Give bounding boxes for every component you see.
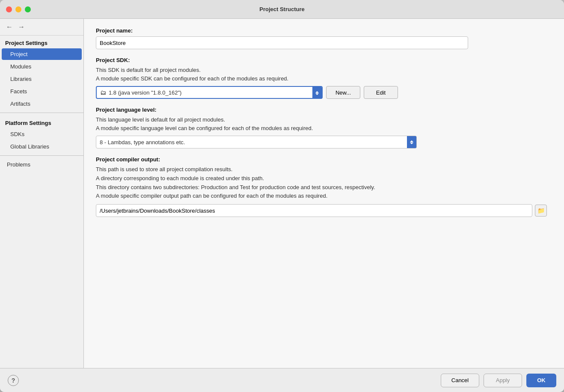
window-title: Project Structure xyxy=(259,6,304,12)
edit-sdk-button[interactable]: Edit xyxy=(364,86,398,99)
sidebar-item-modules[interactable]: Modules xyxy=(2,61,82,72)
sidebar-item-sdks[interactable]: SDKs xyxy=(2,128,82,140)
nav-buttons: ← → xyxy=(0,19,83,36)
compiler-path-row: 📁 xyxy=(96,204,552,217)
lang-spinner-down-icon xyxy=(410,143,413,144)
lang-spinner-up-icon xyxy=(410,140,413,142)
spinner-down-icon xyxy=(315,93,319,95)
sidebar-divider-2 xyxy=(0,155,83,156)
sidebar-item-facets[interactable]: Facets xyxy=(2,86,82,97)
compiler-section: Project compiler output: This path is us… xyxy=(96,156,552,217)
help-button[interactable]: ? xyxy=(8,375,19,386)
new-sdk-button[interactable]: New... xyxy=(326,86,360,99)
lang-level-section: Project language level: This language le… xyxy=(96,107,552,148)
sdk-dropdown-text: 1.8 (java version "1.8.0_162") xyxy=(109,89,318,96)
footer-left: ? xyxy=(8,375,19,386)
project-settings-header: Project Settings xyxy=(0,36,83,48)
maximize-button[interactable] xyxy=(25,6,31,12)
sdk-section: Project SDK: This SDK is default for all… xyxy=(96,57,552,99)
apply-button[interactable]: Apply xyxy=(484,374,522,387)
compiler-path-input[interactable] xyxy=(96,204,532,217)
sidebar-item-artifacts[interactable]: Artifacts xyxy=(2,98,82,110)
sidebar-item-libraries[interactable]: Libraries xyxy=(2,73,82,85)
titlebar-buttons xyxy=(6,6,31,12)
footer: ? Cancel Apply OK xyxy=(0,368,564,392)
ok-button[interactable]: OK xyxy=(526,374,556,387)
sidebar-item-global-libraries[interactable]: Global Libraries xyxy=(2,141,82,152)
forward-button[interactable]: → xyxy=(16,22,27,32)
footer-right: Cancel Apply OK xyxy=(441,374,556,387)
project-name-input[interactable] xyxy=(96,36,468,49)
compiler-path-browse-button[interactable]: 📁 xyxy=(535,205,547,217)
sdk-folder-icon: 🗂 xyxy=(100,89,106,96)
sdk-label: Project SDK: xyxy=(96,57,552,63)
lang-dropdown-text: 8 - Lambdas, type annotations etc. xyxy=(100,139,413,146)
sidebar-item-problems[interactable]: Problems xyxy=(2,159,82,170)
titlebar: Project Structure xyxy=(0,0,564,19)
back-button[interactable]: ← xyxy=(4,22,15,32)
project-name-label: Project name: xyxy=(96,27,552,34)
minimize-button[interactable] xyxy=(15,6,21,12)
folder-icon: 📁 xyxy=(537,207,545,214)
sidebar-item-project[interactable]: Project xyxy=(2,48,82,60)
project-structure-window: Project Structure ← → Project Settings P… xyxy=(0,0,564,392)
cancel-button[interactable]: Cancel xyxy=(441,374,479,387)
lang-spinner[interactable] xyxy=(407,136,416,148)
content-area: ← → Project Settings Project Modules Lib… xyxy=(0,19,564,368)
sdk-dropdown[interactable]: 🗂 1.8 (java version "1.8.0_162") xyxy=(96,86,323,99)
lang-description: This language level is default for all p… xyxy=(96,116,552,132)
close-button[interactable] xyxy=(6,6,12,12)
main-panel: Project name: Project SDK: This SDK is d… xyxy=(84,19,564,368)
sidebar: ← → Project Settings Project Modules Lib… xyxy=(0,19,84,368)
sidebar-divider-1 xyxy=(0,113,83,113)
sdk-spinner[interactable] xyxy=(312,87,322,99)
platform-settings-header: Platform Settings xyxy=(0,116,83,128)
compiler-description: This path is used to store all project c… xyxy=(96,165,552,201)
compiler-label: Project compiler output: xyxy=(96,156,552,163)
lang-level-label: Project language level: xyxy=(96,107,552,113)
lang-dropdown[interactable]: 8 - Lambdas, type annotations etc. xyxy=(96,136,417,148)
sdk-row: 🗂 1.8 (java version "1.8.0_162") New... … xyxy=(96,86,552,99)
sdk-description-1: This SDK is default for all project modu… xyxy=(96,66,552,83)
spinner-up-icon xyxy=(315,91,319,93)
